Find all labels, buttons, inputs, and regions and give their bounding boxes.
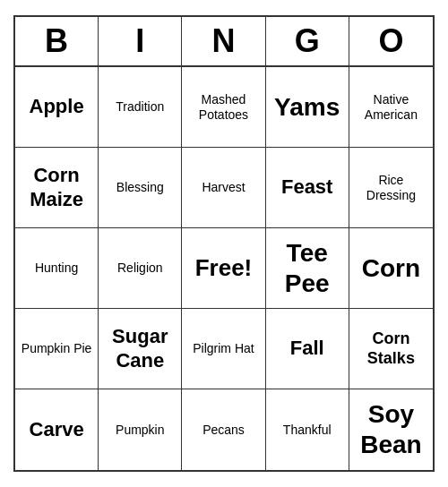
bingo-cell: Apple [15,67,99,148]
cell-label: Thankful [283,423,332,438]
bingo-cell: Rice Dressing [349,148,433,228]
cell-label: Pumpkin Pie [22,341,92,356]
bingo-cell: Native American [349,67,433,148]
bingo-grid: AppleTraditionMashed PotatoesYamsNative … [15,67,433,470]
cell-label: Pecans [202,423,245,438]
header-letter: I [99,17,182,65]
cell-label: Blessing [116,180,164,195]
cell-label: Yams [274,92,340,123]
bingo-cell: Free! [182,228,265,309]
header-letter: B [15,17,99,65]
bingo-cell: Religion [99,228,182,309]
cell-label: Native American [353,92,429,123]
cell-label: Soy Bean [353,399,429,459]
cell-label: Carve [30,418,84,441]
cell-label: Apple [30,95,84,118]
bingo-cell: Yams [266,67,349,148]
cell-label: Sugar Cane [102,325,177,372]
cell-label: Harvest [202,180,245,195]
bingo-cell: Corn [349,228,433,309]
header-letter: O [349,17,433,65]
bingo-cell: Pecans [182,389,265,470]
cell-label: Rice Dressing [353,173,429,203]
bingo-header: BINGO [15,17,433,67]
cell-label: Free! [195,254,253,282]
cell-label: Pilgrim Hat [193,341,254,356]
bingo-cell: Hunting [15,228,99,309]
cell-label: Corn [362,253,420,284]
bingo-card: BINGO AppleTraditionMashed PotatoesYamsN… [13,15,435,472]
bingo-cell: Pumpkin Pie [15,309,99,389]
cell-label: Hunting [35,261,78,276]
cell-label: Mashed Potatoes [185,92,261,123]
bingo-cell: Corn Maize [15,148,99,228]
bingo-cell: Carve [15,389,99,470]
bingo-cell: Mashed Potatoes [182,67,265,148]
header-letter: N [182,17,265,65]
header-letter: G [266,17,349,65]
cell-label: Pumpkin [116,423,164,438]
cell-label: Corn Stalks [353,329,429,368]
cell-label: Religion [117,261,163,276]
bingo-cell: Pumpkin [99,389,182,470]
bingo-cell: Fall [266,309,349,389]
bingo-cell: Tee Pee [266,228,349,309]
bingo-cell: Feast [266,148,349,228]
cell-label: Fall [290,337,324,360]
bingo-cell: Blessing [99,148,182,228]
bingo-cell: Pilgrim Hat [182,309,265,389]
bingo-cell: Tradition [99,67,182,148]
cell-label: Tee Pee [270,238,345,298]
cell-label: Feast [281,175,332,199]
cell-label: Tradition [116,99,164,115]
cell-label: Corn Maize [19,164,94,211]
bingo-cell: Soy Bean [349,389,433,470]
bingo-cell: Harvest [182,148,265,228]
bingo-cell: Thankful [266,389,349,470]
bingo-cell: Corn Stalks [349,309,433,389]
bingo-cell: Sugar Cane [99,309,182,389]
